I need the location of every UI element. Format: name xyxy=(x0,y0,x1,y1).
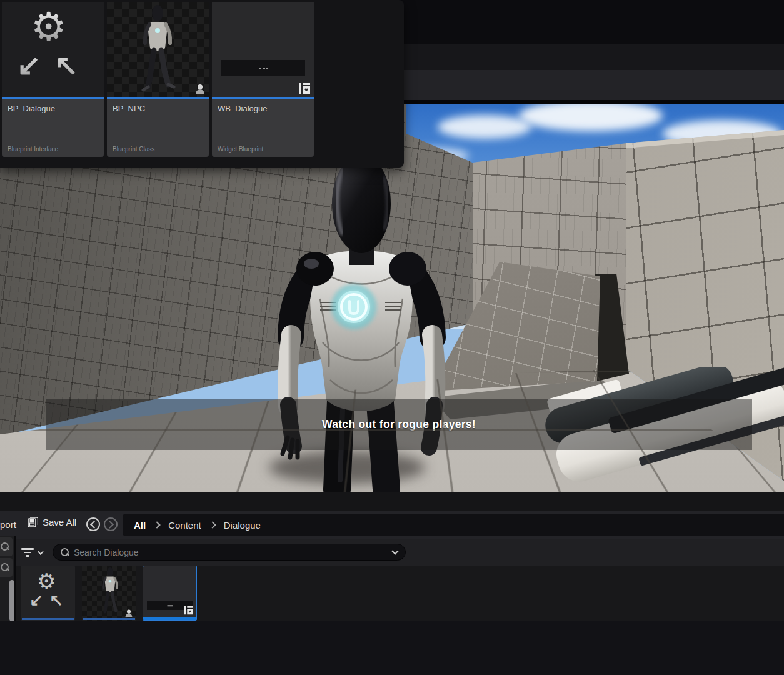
asset-tile-label-area: BP_Dialogue Blueprint Interface xyxy=(2,99,104,157)
asset-name: BP_Dialogue xyxy=(8,104,55,113)
import-button-partial[interactable]: port xyxy=(0,519,16,530)
content-browser-search-row xyxy=(0,539,784,566)
asset-tile-bp-dialogue[interactable]: ⚙ ↙ ↖ BP_Dialogue Blueprint Interface xyxy=(2,2,104,157)
person-icon xyxy=(194,83,206,94)
gear-icon: ⚙ xyxy=(31,7,66,47)
asset-tile-label-area: WB_Dialogue Widget Blueprint xyxy=(212,99,314,157)
back-arrow-icon xyxy=(90,521,98,529)
chevron-down-icon xyxy=(38,549,44,555)
search-icon xyxy=(1,563,9,571)
save-all-button[interactable]: Save All xyxy=(28,517,76,528)
asset-type-color-bar xyxy=(143,617,197,620)
breadcrumb-dialogue[interactable]: Dialogue xyxy=(224,520,261,531)
widget-preview-text-placeholder xyxy=(259,68,268,69)
content-browser-asset-grid: ⚙ ↙ ↖ xyxy=(0,566,784,621)
cloud xyxy=(438,115,531,139)
asset-thumbnail-wb-dialogue-selected[interactable] xyxy=(143,566,197,621)
asset-tile-label-area: BP_NPC Blueprint Class xyxy=(107,99,209,157)
dialogue-subtitle-band: Watch out for rogue players! xyxy=(46,399,752,450)
breadcrumb-content[interactable]: Content xyxy=(168,520,201,531)
mannequin-preview xyxy=(136,4,179,96)
widget-blueprint-icon xyxy=(184,606,193,615)
asset-picker-popup: ⚙ ↙ ↖ BP_Dialogue Blueprint Interface xyxy=(0,0,404,168)
asset-tile-wb-dialogue[interactable]: WB_Dialogue Widget Blueprint xyxy=(212,2,314,157)
breadcrumb-chevron-icon xyxy=(154,521,161,528)
asset-type: Blueprint Class xyxy=(113,146,154,152)
navigate-forward-button[interactable] xyxy=(104,518,118,531)
arrow-northwest-icon: ↖ xyxy=(54,48,79,82)
filter-icon xyxy=(21,548,34,557)
search-input[interactable] xyxy=(74,548,388,558)
asset-thumbnail-bp-dialogue[interactable]: ⚙ ↙ ↖ xyxy=(21,566,75,621)
widget-preview-text-placeholder xyxy=(168,605,173,606)
arrow-southwest-icon: ↙ xyxy=(29,591,43,610)
asset-thumbnail-bp-npc[interactable] xyxy=(82,566,136,621)
clipped-panel-button[interactable] xyxy=(0,538,13,556)
navigate-back-button[interactable] xyxy=(86,518,100,531)
content-browser-empty-area xyxy=(0,621,784,675)
unreal-editor-window: Watch out for rogue players! ⚙ ↙ ↖ BP_Di… xyxy=(0,0,784,675)
search-dropdown-chevron-icon[interactable] xyxy=(391,548,398,554)
mannequin-preview xyxy=(98,567,122,617)
asset-tile-bp-npc[interactable]: BP_NPC Blueprint Class xyxy=(107,2,209,157)
widget-preview-bar xyxy=(221,60,305,76)
vertical-scrollbar[interactable] xyxy=(9,580,14,621)
dialogue-subtitle-text: Watch out for rogue players! xyxy=(322,418,476,431)
content-browser-toolbar: port Save All All Content Dialogue xyxy=(0,511,784,539)
arrow-northwest-icon: ↖ xyxy=(49,591,63,610)
sources-panel-edge xyxy=(0,536,16,621)
asset-type-color-bar xyxy=(22,618,74,620)
person-icon xyxy=(124,609,133,618)
content-browser-separator xyxy=(0,492,784,511)
save-all-label: Save All xyxy=(43,517,76,528)
blueprint-interface-icon: ⚙ ↙ ↖ xyxy=(2,2,104,97)
blueprint-class-thumbnail xyxy=(107,2,209,97)
gear-icon: ⚙ xyxy=(37,571,56,592)
widget-blueprint-icon xyxy=(298,82,311,94)
blueprint-interface-thumbnail: ⚙ ↙ ↖ xyxy=(2,2,104,97)
filters-button[interactable] xyxy=(21,545,49,560)
forward-arrow-icon xyxy=(106,521,114,529)
widget-blueprint-thumbnail xyxy=(212,2,314,97)
asset-type-color-bar xyxy=(83,618,135,620)
search-bar xyxy=(53,544,406,561)
breadcrumb-all[interactable]: All xyxy=(134,520,146,531)
search-icon xyxy=(1,542,9,551)
breadcrumb: All Content Dialogue xyxy=(123,514,784,536)
search-icon xyxy=(61,548,69,556)
save-icon xyxy=(28,517,38,528)
breadcrumb-chevron-icon xyxy=(209,521,216,528)
asset-type: Widget Blueprint xyxy=(218,146,263,152)
arrow-southwest-icon: ↙ xyxy=(17,48,41,82)
asset-name: WB_Dialogue xyxy=(218,104,268,113)
asset-type: Blueprint Interface xyxy=(8,146,58,152)
asset-name: BP_NPC xyxy=(113,104,145,113)
clipped-panel-button[interactable] xyxy=(0,558,13,577)
